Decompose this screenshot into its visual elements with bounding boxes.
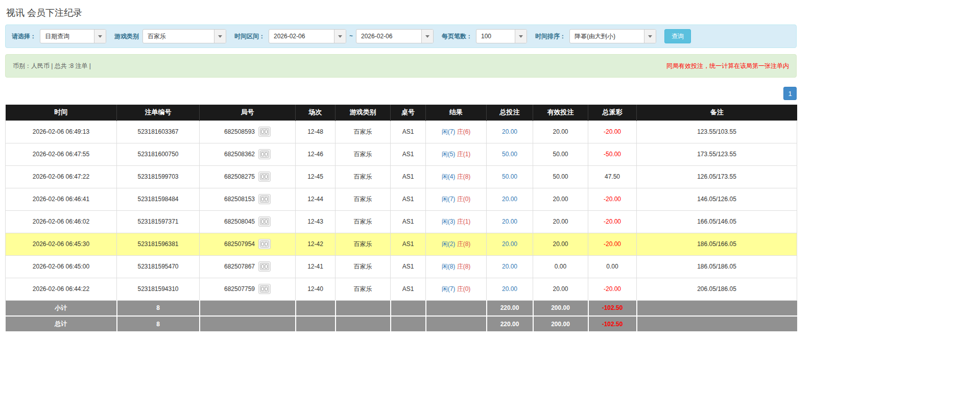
sort-label: 时间排序： [535,32,566,41]
cell-valid-bet: 50.00 [533,143,588,165]
cell-payout: -20.00 [588,188,637,210]
cell-table-no: AS1 [391,143,426,165]
table-row[interactable]: 2026-02-06 06:44:22 523181594310 6825077… [6,278,797,300]
chevron-down-icon[interactable] [644,30,656,43]
subtotal-count: 8 [117,300,200,316]
round-detail-cards-icon[interactable] [258,216,271,227]
table-row[interactable]: 2026-02-06 06:46:41 523181598484 6825081… [6,188,797,210]
sort-select[interactable]: 降幂(由大到小) [569,29,656,43]
cell-game-type: 百家乐 [336,233,391,255]
query-button[interactable]: 查询 [664,29,691,43]
date-to-value: 2026-02-06 [356,30,421,43]
total-row: 总计 8 220.00 200.00 -102.50 [6,316,797,332]
cell-table-no: AS1 [391,210,426,233]
result-banker: 庄(1) [457,151,471,158]
total-bet-link[interactable]: 20.00 [502,196,517,203]
round-detail-cards-icon[interactable] [258,194,271,204]
cell-time: 2026-02-06 06:45:30 [6,233,117,255]
subtotal-label: 小计 [6,300,117,316]
tilde-separator: ~ [349,33,353,40]
table-row[interactable]: 2026-02-06 06:49:13 523181603367 6825085… [6,120,797,143]
chevron-down-icon[interactable] [334,30,346,43]
table-row[interactable]: 2026-02-06 06:46:02 523181597371 6825080… [6,210,797,233]
total-label: 总计 [6,316,117,332]
chevron-down-icon[interactable] [515,30,527,43]
total-bet-link[interactable]: 20.00 [502,240,517,248]
round-id-text: 682507759 [224,285,255,293]
total-count: 8 [117,316,200,332]
cell-time: 2026-02-06 06:46:02 [6,210,117,233]
total-bet-link[interactable]: 50.00 [502,151,517,158]
cell-time: 2026-02-06 06:47:55 [6,143,117,165]
chevron-down-icon[interactable] [421,30,433,43]
total-bet-link[interactable]: 20.00 [502,263,517,270]
result-banker: 庄(6) [457,128,471,135]
cell-table-no: AS1 [391,278,426,300]
cell-game-type: 百家乐 [336,210,391,233]
cell-round-id: 682508593 [200,120,296,143]
caret-icon [648,35,652,38]
summary-bar: 币别：人民币 | 总共 :8 注单 | 同局有效投注，统一计算在该局第一张注单内 [5,54,797,78]
date-from-select[interactable]: 2026-02-06 [269,29,346,43]
table-row[interactable]: 2026-02-06 06:47:22 523181599703 6825082… [6,165,797,188]
total-total-bet: 220.00 [487,316,533,332]
round-detail-cards-icon[interactable] [258,172,271,182]
date-from-value: 2026-02-06 [269,30,334,43]
query-type-label: 请选择： [12,32,36,41]
total-valid-bet: 200.00 [533,316,588,332]
chevron-down-icon[interactable] [214,30,226,43]
chevron-down-icon[interactable] [94,30,106,43]
game-type-select[interactable]: 百家乐 [142,29,226,43]
page-1-button[interactable]: 1 [783,87,797,100]
round-detail-cards-icon[interactable] [258,239,271,249]
table-row[interactable]: 2026-02-06 06:47:55 523181600750 6825083… [6,143,797,165]
cell-payout: -20.00 [588,233,637,255]
query-type-select[interactable]: 日期查询 [40,29,106,43]
cell-round-id: 682508362 [200,143,296,165]
result-banker: 庄(8) [457,240,471,248]
game-type-label: 游戏类别 [114,32,139,41]
header-total-bet: 总投注 [487,105,533,120]
sort-group: 时间排序： 降幂(由大到小) [535,29,656,43]
cards-icon [260,218,269,225]
cell-time: 2026-02-06 06:47:22 [6,165,117,188]
cell-note: 186.05/166.05 [637,233,797,255]
round-detail-cards-icon[interactable] [258,149,271,159]
table-body: 2026-02-06 06:49:13 523181603367 6825085… [6,120,797,300]
header-round-id: 局号 [200,105,296,120]
cell-payout: -50.00 [588,143,637,165]
per-page-select[interactable]: 100 [476,29,527,43]
cell-time: 2026-02-06 06:44:22 [6,278,117,300]
per-page-value: 100 [476,30,515,43]
total-bet-link[interactable]: 50.00 [502,173,517,180]
cell-time: 2026-02-06 06:49:13 [6,120,117,143]
header-bet-id: 注单编号 [117,105,200,120]
header-valid-bet: 有效投注 [533,105,588,120]
caret-icon [519,35,523,38]
result-player: 闲(3) [442,218,456,225]
cell-session: 12-43 [296,210,336,233]
round-detail-cards-icon[interactable] [258,284,271,294]
table-row[interactable]: 2026-02-06 06:45:30 523181596381 6825079… [6,233,797,255]
cell-result: 闲(8) 庄(8) [426,255,487,278]
caret-icon [425,35,429,38]
cards-icon [260,285,269,293]
round-detail-cards-icon[interactable] [258,127,271,137]
cards-icon [260,173,269,180]
caret-icon [218,35,222,38]
round-id-text: 682507954 [224,240,255,248]
total-bet-link[interactable]: 20.00 [502,285,517,293]
total-bet-link[interactable]: 20.00 [502,218,517,225]
table-row[interactable]: 2026-02-06 06:45:00 523181595470 6825078… [6,255,797,278]
cell-table-no: AS1 [391,255,426,278]
cell-table-no: AS1 [391,120,426,143]
cell-note: 126.05/173.55 [637,165,797,188]
summary-totals: 币别：人民币 | 总共 :8 注单 | [13,62,91,70]
cell-session: 12-40 [296,278,336,300]
cell-time: 2026-02-06 06:46:41 [6,188,117,210]
date-to-select[interactable]: 2026-02-06 [356,29,434,43]
result-player: 闲(7) [442,285,456,293]
round-detail-cards-icon[interactable] [258,261,271,272]
total-payout: -102.50 [588,316,637,332]
total-bet-link[interactable]: 20.00 [502,128,517,135]
